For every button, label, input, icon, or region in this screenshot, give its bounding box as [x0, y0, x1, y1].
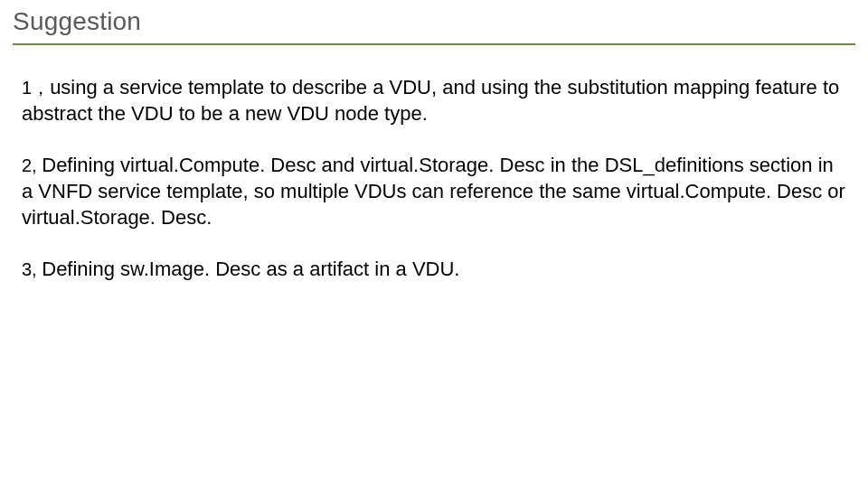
slide: Suggestion 1，using a service template to…	[0, 0, 868, 488]
list-item: 2, Defining virtual.Compute. Desc and vi…	[22, 152, 846, 230]
item-number: 1，	[22, 78, 50, 98]
list-item: 1，using a service template to describe a…	[22, 74, 846, 127]
list-item: 3, Defining sw.Image. Desc as a artifact…	[22, 256, 846, 282]
slide-body: 1，using a service template to describe a…	[0, 45, 868, 282]
item-text: Defining sw.Image. Desc as a artifact in…	[42, 258, 459, 280]
item-text: using a service template to describe a V…	[22, 76, 839, 125]
item-number: 3,	[22, 259, 42, 279]
slide-title: Suggestion	[0, 0, 868, 43]
item-text: Defining virtual.Compute. Desc and virtu…	[22, 154, 845, 229]
item-number: 2,	[22, 155, 42, 175]
